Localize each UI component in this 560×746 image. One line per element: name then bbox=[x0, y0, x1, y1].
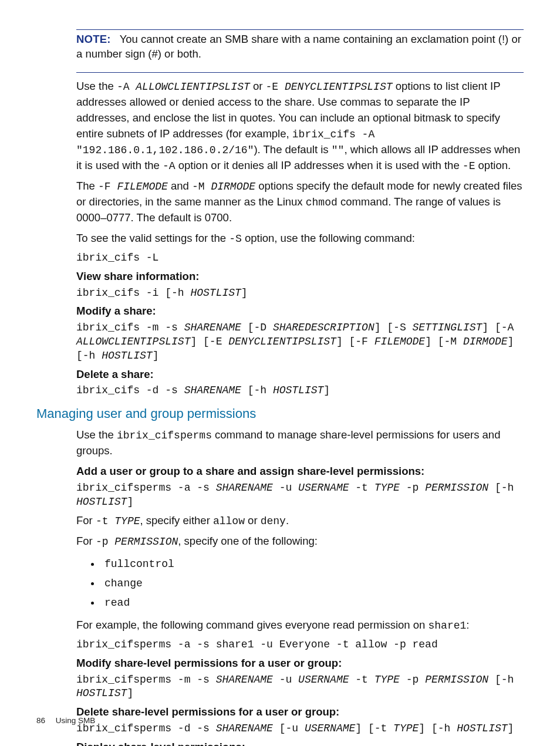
para-example: For example, the following command gives… bbox=[76, 617, 524, 633]
text: option, use the following command: bbox=[242, 232, 415, 244]
code: -u bbox=[273, 482, 298, 494]
code: ] bbox=[323, 384, 330, 396]
list-item: read bbox=[101, 593, 524, 612]
para-t-type: For -t TYPE, specify either allow or den… bbox=[76, 513, 524, 529]
code: -t bbox=[96, 515, 114, 527]
text: option. bbox=[475, 159, 511, 171]
text: For bbox=[76, 535, 96, 547]
code: [-D bbox=[241, 322, 273, 333]
cmd-delete-perm: ibrix_cifsperms -d -s SHARENAME [-u USER… bbox=[76, 722, 524, 736]
text: Use the bbox=[76, 80, 117, 92]
code-italic: ALLOWCLIENTIPSLIST bbox=[136, 81, 249, 93]
code: ] bbox=[241, 287, 248, 299]
code: ibrix_cifs -L bbox=[76, 252, 158, 264]
code-italic: ALLOWCLIENTIPSLIST bbox=[76, 336, 190, 347]
text: : bbox=[466, 619, 469, 631]
code: allow bbox=[213, 515, 245, 527]
heading-view-share: View share information: bbox=[76, 269, 524, 284]
code-italic: HOSTLIST bbox=[76, 496, 127, 508]
code: ] [-M bbox=[425, 336, 463, 347]
perm-change: change bbox=[104, 578, 143, 589]
code: ibrix_cifsperms -m -s bbox=[76, 674, 216, 686]
heading-display-perm: Display share-level permissions: bbox=[76, 740, 524, 746]
perm-fullcontrol: fullcontrol bbox=[104, 558, 174, 570]
code-italic: TYPE bbox=[393, 723, 419, 734]
code: -E bbox=[463, 160, 475, 172]
para-use-cifsperms: Use the ibrix_cifsperms command to manag… bbox=[76, 427, 524, 459]
heading-delete-share: Delete a share: bbox=[76, 367, 524, 382]
code: -p bbox=[96, 536, 114, 548]
code: ] [-A bbox=[482, 322, 520, 333]
permissions-list: fullcontrol change read bbox=[76, 554, 524, 613]
code-italic: PERMISSION bbox=[425, 482, 488, 494]
text: ). The default is bbox=[254, 143, 331, 156]
code: -F bbox=[98, 181, 117, 193]
list-item: fullcontrol bbox=[101, 554, 524, 573]
para-allow-deny: Use the -A ALLOWCLIENTIPSLIST or -E DENY… bbox=[76, 79, 524, 174]
code-italic: DENYCLIENTIPSLIST bbox=[285, 81, 393, 93]
para-p-permission: For -p PERMISSION, specify one of the fo… bbox=[76, 534, 524, 549]
section-managing-permissions: Managing user and group permissions bbox=[36, 406, 524, 421]
cmd-list: ibrix_cifs -L bbox=[76, 251, 524, 265]
para-valid-settings: To see the valid settings for the -S opt… bbox=[76, 231, 524, 247]
text: and bbox=[168, 180, 192, 192]
code: [-h bbox=[488, 674, 520, 686]
code: -A bbox=[163, 160, 176, 172]
code: chmod bbox=[306, 197, 338, 208]
code: ] bbox=[127, 496, 133, 508]
code-italic: USERNAME bbox=[298, 674, 349, 686]
code-italic: DIRMODE bbox=[463, 336, 508, 347]
code: ] [-t bbox=[355, 723, 393, 734]
code: ] [-E bbox=[190, 336, 228, 347]
code-italic: SHARENAME bbox=[184, 322, 241, 333]
code-italic: FILEMODE bbox=[375, 336, 425, 347]
code: -p bbox=[400, 674, 425, 686]
cmd-example: ibrix_cifsperms -a -s share1 -u Everyone… bbox=[76, 638, 524, 652]
para-filemode: The -F FILEMODE and -M DIRMODE options s… bbox=[76, 178, 524, 226]
cmd-modify-share: ibrix_cifs -m -s SHARENAME [-D SHAREDESC… bbox=[76, 321, 524, 363]
code: ibrix_cifs -m -s bbox=[76, 322, 184, 333]
code: deny bbox=[261, 515, 286, 527]
text: , specify one of the following: bbox=[178, 535, 318, 547]
code-italic: SHARENAME bbox=[216, 723, 273, 734]
cmd-add-user: ibrix_cifsperms -a -s SHARENAME -u USERN… bbox=[76, 481, 524, 509]
code: -p bbox=[400, 482, 425, 494]
code: -u bbox=[273, 674, 298, 686]
code: ibrix_cifsperms -d -s bbox=[76, 723, 216, 734]
code: ibrix_cifs -i [-h bbox=[76, 287, 190, 299]
text: The bbox=[76, 180, 98, 192]
code: ] [-h bbox=[419, 723, 457, 734]
note-box: NOTE: You cannot create an SMB share wit… bbox=[76, 30, 524, 72]
code-italic: HOSTLIST bbox=[102, 350, 152, 362]
code: share1 bbox=[429, 620, 467, 632]
code: -S bbox=[229, 233, 242, 245]
code: ibrix_cifsperms -a -s share1 -u Everyone… bbox=[76, 639, 438, 650]
text: . bbox=[286, 514, 289, 526]
code: "" bbox=[332, 144, 345, 156]
code-italic: SHARENAME bbox=[216, 482, 273, 494]
code-italic: SETTINGLIST bbox=[413, 322, 483, 333]
code-italic: TYPE bbox=[114, 515, 140, 527]
cmd-modify-perm: ibrix_cifsperms -m -s SHARENAME -u USERN… bbox=[76, 673, 524, 701]
note-body: You cannot create an SMB share with a na… bbox=[76, 33, 521, 60]
code: ibrix_cifsperms bbox=[117, 430, 212, 441]
code: -M bbox=[192, 181, 211, 193]
text: For example, the following command gives… bbox=[76, 619, 429, 631]
code: -t bbox=[349, 674, 375, 686]
code-italic: HOSTLIST bbox=[273, 384, 323, 396]
code: [-h bbox=[488, 482, 520, 494]
text: To see the valid settings for the bbox=[76, 232, 229, 244]
page-number: 86 bbox=[36, 716, 45, 725]
note-label: NOTE: bbox=[76, 33, 111, 45]
footer-title: Using SMB bbox=[56, 716, 96, 725]
code-italic: TYPE bbox=[375, 482, 400, 494]
note-text: NOTE: You cannot create an SMB share wit… bbox=[76, 32, 524, 62]
cmd-delete-share: ibrix_cifs -d -s SHARENAME [-h HOSTLIST] bbox=[76, 384, 524, 398]
code-italic: FILEMODE bbox=[117, 181, 167, 193]
code-italic: PERMISSION bbox=[114, 536, 178, 548]
code: -t bbox=[349, 482, 375, 494]
page-footer: 86 Using SMB bbox=[36, 716, 95, 725]
code-italic: DIRMODE bbox=[211, 181, 255, 193]
code-italic: SHARENAME bbox=[184, 384, 241, 396]
code: [-h bbox=[241, 384, 273, 396]
